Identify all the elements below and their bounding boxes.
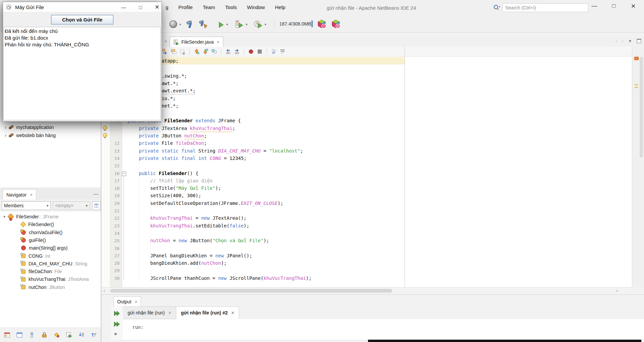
debug-project-icon[interactable]: [234, 19, 244, 29]
maximize-editor-icon[interactable]: [637, 39, 641, 43]
menu-item-profile[interactable]: Profile: [178, 4, 193, 10]
menu-item-help[interactable]: Help: [275, 4, 285, 10]
code-editor[interactable]: [101, 56, 632, 287]
tab-navigator[interactable]: Navigator ×: [3, 189, 36, 200]
scroll-left-icon[interactable]: ‹: [103, 288, 105, 293]
navigator-item[interactable]: FileSender(): [20, 221, 99, 228]
tab-output[interactable]: Output ×: [113, 296, 141, 307]
java-app-window[interactable]: Máy Gửi File — □ ✕ Chọn và Gửi File Đã k…: [3, 2, 162, 122]
warning-mark[interactable]: [635, 87, 638, 88]
output-run-tab[interactable]: gửi nhận file (run) #2×: [176, 306, 239, 319]
debug-dropdown-icon[interactable]: ▾: [246, 23, 247, 26]
search-input[interactable]: [502, 3, 588, 12]
scroll-tabs-left-icon[interactable]: ‹: [615, 38, 617, 44]
navigator-minimize-icon[interactable]: —: [93, 191, 98, 197]
choose-and-send-file-button[interactable]: Chọn và Gửi File: [51, 15, 113, 25]
more-actions-icon[interactable]: »: [114, 331, 117, 336]
profiler-snapshot-icon[interactable]: [331, 19, 340, 29]
warning-status-icon[interactable]: [634, 57, 639, 60]
navigator-sort-button[interactable]: [92, 201, 101, 210]
mini-toolbar-icon-2[interactable]: [16, 332, 22, 338]
scroll-tabs-right-icon[interactable]: ›: [622, 38, 624, 44]
collapse-chevron-icon[interactable]: ▾: [3, 214, 5, 219]
run-tab-close-icon[interactable]: ×: [231, 310, 234, 315]
globe-dropdown-icon[interactable]: ▾: [179, 23, 181, 26]
expand-chevron-icon[interactable]: ›: [5, 124, 6, 130]
navigator-item[interactable]: chonVaGuiFile(): [20, 229, 99, 236]
mini-toolbar-icon-3[interactable]: [29, 332, 35, 338]
rectangular-selection-icon[interactable]: [179, 48, 186, 55]
java-minimize-icon[interactable]: —: [121, 4, 126, 10]
clean-build-project-icon[interactable]: [199, 19, 208, 29]
expand-chevron-icon[interactable]: ›: [5, 132, 6, 138]
error-stripe[interactable]: [632, 47, 644, 287]
editor-horizontal-scrollbar[interactable]: ‹ ›: [101, 287, 632, 294]
menu-item-team[interactable]: Team: [203, 4, 215, 10]
java-window-titlebar[interactable]: Máy Gửi File — □ ✕: [3, 2, 162, 12]
minimize-icon[interactable]: —: [589, 3, 599, 10]
navigator-item[interactable]: DIA_CHI_MAY_CHU : String: [20, 260, 99, 267]
shift-line-right-icon[interactable]: [233, 48, 240, 55]
navigator-item[interactable]: fileDaChon : File: [20, 268, 99, 275]
navigator-item[interactable]: nutChon : JButton: [20, 284, 99, 291]
close-icon[interactable]: ✕: [628, 3, 638, 10]
maximize-icon[interactable]: □: [609, 3, 619, 10]
profile-project-icon[interactable]: [253, 19, 263, 29]
toggle-bookmark-icon[interactable]: [211, 48, 218, 55]
scroll-right-icon[interactable]: ›: [616, 288, 618, 293]
shift-line-left-icon[interactable]: [225, 48, 232, 55]
rerun-icon[interactable]: [113, 310, 121, 317]
run-dropdown-icon[interactable]: ▾: [226, 23, 228, 26]
project-item[interactable]: ›websiteb bán hàng: [5, 132, 99, 139]
output-run-tab[interactable]: gửi nhận file (run)×: [123, 306, 176, 319]
profile-dropdown-icon[interactable]: ▾: [265, 23, 266, 26]
status-textarea[interactable]: Đã kết nối đến máy chủĐã gửi file: b1.do…: [3, 27, 160, 120]
mini-toolbar-icon-5[interactable]: [54, 332, 60, 338]
next-bookmark-icon[interactable]: [202, 48, 209, 55]
menu-item-fragment[interactable]: g: [166, 4, 168, 10]
tab-filesender-java[interactable]: FileSender.java ×: [170, 37, 223, 47]
navigator-item[interactable]: ▾FileSender :: JFrame: [3, 213, 99, 220]
mini-toolbar-icon-6[interactable]: [66, 332, 72, 338]
editor-split-divider[interactable]: [405, 47, 405, 287]
search-icon[interactable]: [493, 4, 500, 11]
tab-close-icon[interactable]: ×: [217, 39, 220, 45]
output-console[interactable]: run:: [123, 319, 644, 340]
memory-indicator[interactable]: 187.4/308.0MB: [279, 21, 311, 27]
run-project-icon[interactable]: [216, 20, 226, 30]
run-tab-close-icon[interactable]: ×: [169, 310, 171, 315]
previous-bookmark-icon[interactable]: [193, 48, 200, 55]
rerun-with-args-icon[interactable]: [113, 320, 121, 328]
navigator-scope-select[interactable]: <empty>▾: [53, 201, 90, 210]
uncomment-icon[interactable]: [279, 48, 286, 55]
navigator-close-icon[interactable]: ×: [30, 192, 33, 198]
mini-toolbar-icon-1[interactable]: [4, 332, 10, 338]
stop-macro-recording-icon[interactable]: [256, 48, 263, 55]
navigator-filter-select[interactable]: Members▾: [2, 201, 51, 210]
navigator-item[interactable]: khuVucTrangThai : JTextArea: [20, 275, 99, 283]
comment-icon[interactable]: [270, 48, 277, 55]
java-close-icon[interactable]: ✕: [155, 4, 159, 11]
editor-vertical-scrollbar[interactable]: [640, 57, 643, 158]
toggle-highlight-icon[interactable]: [170, 48, 177, 55]
navigator-item[interactable]: CONG : int: [20, 252, 99, 260]
navigator-item[interactable]: main(String[] args): [20, 244, 99, 252]
tab-list-dropdown-icon[interactable]: ▼: [628, 39, 632, 43]
menu-item-tools[interactable]: Tools: [225, 4, 237, 10]
configuration-globe-icon[interactable]: [169, 19, 178, 29]
start-macro-recording-icon[interactable]: [247, 48, 255, 55]
build-project-icon[interactable]: [185, 19, 195, 29]
navigator-item[interactable]: guiFile(): [20, 237, 99, 244]
mini-toolbar-icon-7[interactable]: [79, 332, 85, 338]
mini-toolbar-icon-4[interactable]: [41, 332, 47, 338]
menu-item-window[interactable]: Window: [247, 4, 265, 10]
output-close-icon[interactable]: ×: [135, 299, 137, 304]
java-maximize-icon[interactable]: □: [139, 4, 142, 10]
find-next-icon[interactable]: [162, 48, 169, 55]
project-item[interactable]: ›mychatapplication: [5, 124, 99, 131]
warning-mark[interactable]: [635, 84, 638, 85]
mini-toolbar-icon-8[interactable]: [91, 332, 97, 338]
hidden-tab-close-icon[interactable]: ×: [165, 39, 167, 44]
scrollbar-thumb[interactable]: [110, 289, 392, 293]
profiler-telemetry-icon[interactable]: [317, 19, 326, 29]
